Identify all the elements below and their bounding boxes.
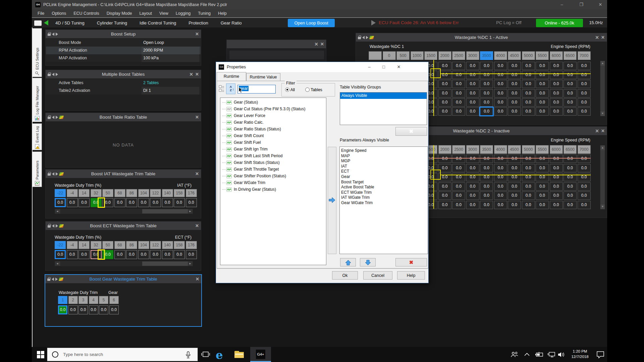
move-panel-icon[interactable]: ⨯ [314, 40, 318, 48]
lock-icon[interactable] [48, 117, 51, 119]
prev-icon[interactable] [52, 33, 54, 36]
param-item[interactable]: IAT WGate Trim [340, 195, 428, 200]
value-cell[interactable]: 0.0 [466, 201, 479, 209]
value-cell[interactable]: 0.0 [55, 250, 66, 259]
col-header-cell[interactable]: 3000 [466, 51, 479, 60]
value-cell[interactable]: 0.0 [578, 164, 591, 172]
visibility-groups-list[interactable]: Always Visible [340, 92, 427, 125]
value-cell[interactable]: 0.0 [550, 173, 563, 181]
tree-item[interactable]: Gear Lever Force [222, 112, 326, 119]
value-cell[interactable]: 0.0 [578, 89, 591, 98]
radio-tables[interactable]: Tables [305, 87, 322, 92]
value-cell[interactable]: 0.0 [536, 164, 549, 172]
value-cell[interactable]: 0.0 [508, 98, 521, 107]
minimize-icon[interactable]: – [556, 1, 568, 8]
value-cell[interactable]: 0.0 [522, 107, 535, 116]
value-cell[interactable]: 0.0 [466, 173, 479, 181]
next-icon[interactable] [56, 73, 58, 76]
col-header-cell[interactable]: 140 [162, 189, 173, 197]
value-cell[interactable]: 0.0 [508, 201, 521, 209]
taskbar-search[interactable]: Type here to search [47, 348, 198, 361]
value-cell[interactable]: 0.0 [536, 98, 549, 107]
value-cell[interactable]: 0.0 [494, 98, 507, 107]
col-header-cell[interactable]: 1500 [424, 51, 437, 60]
tree-item[interactable]: Gear Cut Status (Pre FW 5.3.0) (Status) [222, 106, 326, 112]
value-cell[interactable]: 0.0 [480, 173, 493, 181]
param-item[interactable]: Gear [340, 174, 428, 179]
col-header-cell[interactable]: 176 [186, 189, 197, 197]
value-cell[interactable]: 0.0 [452, 155, 465, 163]
col-header-cell[interactable]: 14 [78, 241, 90, 249]
col-header-cell[interactable]: 32 [91, 189, 102, 197]
file-explorer-icon[interactable] [234, 351, 245, 358]
value-cell[interactable]: 0.0 [550, 62, 563, 70]
col-header-cell[interactable]: 158 [174, 241, 185, 249]
value-cell[interactable]: 0.0 [58, 305, 67, 314]
next-icon[interactable] [56, 172, 58, 176]
dialog-maximize-icon[interactable]: □ [379, 63, 389, 71]
value-cell[interactable]: 0.0 [452, 107, 465, 116]
pclink-taskbar-button[interactable]: G4+ [250, 347, 271, 362]
tree-item[interactable]: Gear (Status) [222, 99, 326, 106]
tab-runtime-value-list[interactable]: Runtime Value List [246, 73, 280, 81]
panel-header[interactable]: Multiple Boost Tables ⨯✕ [46, 70, 201, 78]
value-cell[interactable]: 0.0 [452, 89, 465, 98]
col-header-cell[interactable]: 5000 [522, 145, 535, 154]
close-panel-icon[interactable]: ✕ [195, 170, 199, 178]
close-panel-icon[interactable]: ✕ [195, 70, 199, 78]
col-header-cell[interactable]: 0 [383, 51, 396, 60]
col-header-cell[interactable]: 122 [150, 241, 161, 249]
value-cell[interactable]: 0.0 [522, 62, 535, 70]
col-header-cell[interactable]: -4 [67, 241, 78, 249]
value-cell[interactable]: 0.0 [578, 173, 591, 181]
value-cell[interactable]: 0.0 [522, 173, 535, 181]
value-cell[interactable]: 0.0 [508, 80, 521, 88]
value-cell[interactable]: 0.0 [578, 182, 591, 191]
dialog-minimize-icon[interactable]: – [364, 63, 374, 71]
value-cell[interactable]: 0.0 [438, 89, 451, 98]
sidebar-tab-ecu-settings[interactable]: ECU Settings [33, 28, 42, 77]
lock-icon[interactable] [48, 173, 51, 176]
v-scrollbar[interactable]: ▲▼ [600, 61, 605, 116]
col-header-cell[interactable]: 50 [102, 241, 113, 249]
panel-header[interactable]: Boost Gear Wastegate Trim Table ✕ [45, 275, 201, 283]
people-icon[interactable] [511, 351, 519, 358]
value-cell[interactable]: 0.0 [99, 305, 108, 314]
add-param-button[interactable] [328, 197, 336, 203]
value-cell[interactable]: 0.0 [438, 191, 451, 200]
tree-item[interactable]: Gear Shift Ign Trim [222, 146, 326, 153]
restore-icon[interactable]: ❐ [576, 1, 587, 8]
col-header-cell[interactable]: 6000 [550, 51, 563, 60]
col-header-cell[interactable]: 6 [109, 296, 119, 304]
value-cell[interactable]: 0.0 [438, 107, 451, 116]
value-cell[interactable]: 0.0 [564, 98, 577, 107]
value-cell[interactable]: 0.0 [550, 155, 563, 163]
col-header-cell[interactable]: 4000 [494, 145, 507, 154]
col-header-cell[interactable]: 3500 [480, 145, 493, 154]
value-cell[interactable]: 0.0 [494, 62, 507, 70]
col-header-cell[interactable]: 32 [91, 241, 102, 249]
value-cell[interactable]: 0.0 [452, 173, 465, 181]
value-cell[interactable]: 0.0 [466, 182, 479, 191]
value-cell[interactable]: 0.0 [578, 107, 591, 116]
value-cell[interactable]: 0.0 [494, 71, 507, 79]
close-panel-icon[interactable]: ✕ [195, 222, 199, 230]
tree-view-icon[interactable] [219, 85, 225, 92]
remove-group-button[interactable]: ✖ [395, 127, 427, 136]
value-cell[interactable]: 0.0 [564, 80, 577, 88]
next-icon[interactable] [56, 224, 58, 228]
tree-item[interactable]: Gear Shift Last Shift Period [222, 153, 326, 159]
prev-icon[interactable] [52, 116, 54, 119]
params-always-visible-list[interactable]: Engine SpeedMAPMGPIATECTGearBoost Target… [339, 146, 428, 254]
col-header-cell[interactable]: 104 [138, 241, 149, 249]
prev-icon[interactable] [362, 36, 365, 39]
value-cell[interactable]: 0.0 [578, 201, 591, 209]
value-cell[interactable]: 0.0 [452, 98, 465, 107]
value-cell[interactable]: 0.0 [536, 80, 549, 88]
tab-4d-5d-tuning[interactable]: 4D / 5D Tuning [55, 20, 85, 25]
menu-help[interactable]: Help [214, 9, 230, 17]
lock-icon[interactable] [48, 74, 51, 76]
value-cell[interactable]: 0.0 [522, 71, 535, 79]
mic-icon[interactable] [185, 351, 191, 359]
col-header-cell[interactable]: 4500 [508, 51, 521, 60]
